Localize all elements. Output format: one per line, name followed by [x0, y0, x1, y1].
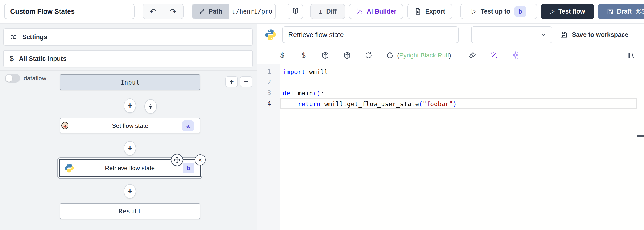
code-line[interactable] — [280, 77, 637, 88]
toggle-knob — [6, 75, 12, 82]
delete-node-button[interactable]: × — [195, 154, 206, 165]
code-assistants-status[interactable]: (Pyright Black Ruff) — [397, 52, 451, 59]
package-icon[interactable] — [321, 52, 329, 59]
sparkles-icon[interactable] — [511, 51, 520, 60]
reload-icon[interactable] — [364, 52, 372, 59]
python-icon — [64, 163, 74, 173]
ai-builder-label: AI Builder — [367, 8, 396, 15]
graph-node-set-flow-state[interactable]: TS Set flow state a — [60, 118, 200, 133]
paren: ) — [449, 52, 451, 59]
variables-icon[interactable]: $ — [280, 51, 284, 60]
save-draft-button[interactable]: Draft ⌘S — [598, 4, 644, 19]
test-up-to-label: Test up to — [481, 8, 510, 15]
test-up-to-button[interactable]: ▷ Test up to b — [460, 4, 537, 19]
language-select[interactable] — [471, 26, 552, 43]
graph-node-input[interactable]: Input — [60, 75, 200, 90]
resources-icon[interactable]: $ — [302, 51, 306, 60]
status-dot-icon — [264, 53, 270, 58]
export-label: Export — [425, 8, 445, 15]
overview-ruler-marker — [637, 135, 644, 137]
book-open-icon — [292, 8, 299, 15]
close-icon: × — [198, 156, 202, 164]
retrieve-node-label: Retrieve flow state — [105, 165, 155, 172]
code-line[interactable]: def main(): — [280, 88, 637, 98]
arrows-move-icon — [174, 156, 180, 163]
save-to-workspace-label: Save to workspace — [572, 31, 628, 38]
magic-wand-icon — [356, 8, 363, 15]
draft-label: Draft — [617, 8, 632, 15]
path-value[interactable]: u/henri/pro — [229, 4, 276, 19]
move-node-button[interactable] — [171, 154, 183, 166]
redo-button[interactable]: ↷ — [163, 4, 183, 19]
plus-minus-icon: ± — [319, 8, 322, 15]
paren: ( — [397, 52, 399, 59]
undo-button[interactable]: ↶ — [143, 4, 163, 19]
flow-title-input[interactable]: Custom Flow States — [4, 4, 135, 19]
docs-button[interactable] — [288, 4, 303, 19]
step-badge-b: b — [183, 163, 194, 173]
ai-wand-icon[interactable] — [490, 51, 498, 60]
divider — [0, 70, 256, 71]
ai-builder-button[interactable]: AI Builder — [349, 4, 403, 19]
settings-label: Settings — [22, 34, 47, 41]
chevron-down-icon — [540, 31, 547, 38]
dataflow-toggle[interactable] — [5, 74, 20, 83]
redo-icon: ↷ — [170, 7, 176, 16]
save-to-workspace-button[interactable]: Save to workspace — [560, 29, 628, 41]
line-number: 1 — [257, 66, 280, 77]
panel-resizer[interactable] — [256, 24, 257, 230]
test-flow-label: Test flow — [558, 8, 585, 15]
diff-label: Diff — [326, 8, 337, 15]
baby-emoji-icon — [62, 122, 68, 129]
editor-ruler-divider — [637, 65, 637, 230]
python-icon — [264, 28, 277, 41]
package-icon[interactable] — [343, 52, 351, 59]
step-name-input[interactable]: Retrieve flow state — [282, 26, 459, 43]
trigger-button[interactable] — [144, 99, 157, 114]
path-label: Path — [209, 8, 222, 15]
save-icon — [560, 31, 568, 39]
code-editor[interactable]: 1234 import wmilldef main(): return wmil… — [257, 65, 644, 230]
lightning-icon — [148, 103, 154, 110]
flow-editor-panel: Settings $ All Static Inputs dataflow + … — [0, 24, 256, 230]
step-editor-panel: Retrieve flow state Save to workspace $ … — [257, 24, 644, 230]
diff-button[interactable]: ± Diff — [310, 4, 345, 19]
result-node-label: Result — [119, 208, 142, 215]
undo-redo-group: ↶ ↷ — [142, 4, 184, 19]
export-button[interactable]: Export — [408, 4, 452, 19]
format-brush-icon[interactable] — [468, 52, 476, 59]
add-step-button[interactable]: + — [124, 184, 136, 198]
undo-icon: ↶ — [150, 7, 156, 16]
step-badge-a: a — [182, 120, 194, 131]
line-number: 4 — [257, 98, 280, 109]
library-icon[interactable] — [626, 52, 634, 59]
play-icon: ▷ — [472, 8, 476, 15]
edit-path-button[interactable]: Path — [192, 4, 229, 19]
graph-zoom-in-button[interactable]: + — [226, 76, 238, 87]
add-step-button[interactable]: + — [124, 98, 136, 113]
graph-node-result[interactable]: Result — [60, 203, 200, 219]
pencil-icon — [199, 8, 206, 15]
sliders-icon — [10, 33, 17, 41]
settings-row[interactable]: Settings — [3, 28, 253, 46]
assistants-label: Pyright Black Ruff — [399, 52, 449, 59]
line-number-gutter: 1234 — [257, 65, 280, 230]
save-icon — [607, 8, 614, 15]
add-step-button[interactable]: + — [124, 141, 136, 155]
code-line[interactable]: import wmill — [280, 66, 637, 77]
all-static-inputs-row[interactable]: $ All Static Inputs — [3, 50, 253, 67]
graph-zoom-out-button[interactable]: − — [240, 76, 252, 87]
line-number: 3 — [257, 88, 280, 98]
reload-icon[interactable] — [386, 52, 394, 59]
dollar-icon: $ — [10, 55, 14, 63]
static-inputs-label: All Static Inputs — [19, 55, 66, 62]
top-toolbar: Custom Flow States ↶ ↷ Path u/henri/pro — [0, 0, 644, 24]
set-node-label: Set flow state — [112, 122, 148, 129]
test-flow-button[interactable]: ▷ Test flow — [541, 4, 594, 19]
step-badge-b: b — [514, 6, 526, 17]
code-toolbar: $ $ (Pyright Black Ruff) — [257, 47, 644, 65]
line-number: 2 — [257, 77, 280, 88]
code-line[interactable]: return wmill.get_flow_user_state("foobar… — [280, 98, 637, 109]
path-group: Path u/henri/pro — [192, 4, 276, 19]
input-node-label: Input — [120, 79, 139, 86]
